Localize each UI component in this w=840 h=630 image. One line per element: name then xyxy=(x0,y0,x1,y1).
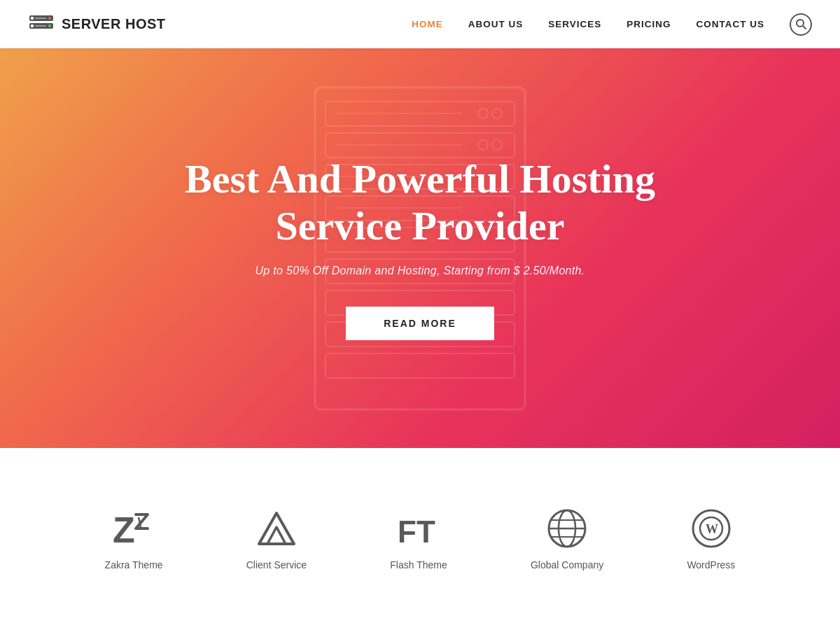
nav: HOME ABOUT US SERVICES PRICING CONTACT U… xyxy=(412,13,812,36)
read-more-button[interactable]: READ MORE xyxy=(346,307,494,340)
partner-global-label: Global Company xyxy=(531,559,603,570)
search-button[interactable] xyxy=(790,13,812,36)
partner-flash-label: Flash Theme xyxy=(390,559,447,570)
partner-global: Global Company xyxy=(531,507,603,570)
partner-client-label: Client Service xyxy=(246,559,307,570)
partner-wordpress: W WordPress xyxy=(687,507,735,570)
partner-flash: FT Flash Theme xyxy=(390,507,447,570)
partner-zakra-label: Zakra Theme xyxy=(105,559,163,570)
partners-section: Z Zakra Theme Client Service FT xyxy=(0,448,840,630)
partners-inner: Z Zakra Theme Client Service FT xyxy=(35,507,805,570)
logo[interactable]: SERVER HOST xyxy=(28,11,166,38)
client-logo-icon xyxy=(252,507,301,550)
svg-rect-7 xyxy=(48,24,51,27)
hero-section: Best And Powerful Hosting Service Provid… xyxy=(0,48,840,448)
zakra-logo-icon: Z xyxy=(109,507,158,550)
flash-logo-icon: FT xyxy=(394,507,443,550)
nav-about[interactable]: ABOUT US xyxy=(468,19,524,29)
hero-subtitle: Up to 50% Off Domain and Hosting, Starti… xyxy=(185,265,655,277)
hero-title: Best And Powerful Hosting Service Provid… xyxy=(185,156,655,249)
nav-home[interactable]: HOME xyxy=(412,19,443,29)
svg-rect-2 xyxy=(31,17,34,20)
hero-content: Best And Powerful Hosting Service Provid… xyxy=(157,156,683,340)
nav-contact[interactable]: CONTACT US xyxy=(696,19,765,29)
header: SERVER HOST HOME ABOUT US SERVICES PRICI… xyxy=(0,0,840,48)
svg-rect-3 xyxy=(31,24,34,27)
partner-wordpress-label: WordPress xyxy=(687,559,735,570)
svg-rect-19 xyxy=(326,354,514,378)
partner-client: Client Service xyxy=(246,507,307,570)
logo-text: SERVER HOST xyxy=(62,16,166,32)
search-icon xyxy=(796,19,806,29)
logo-icon xyxy=(28,11,55,38)
svg-text:FT: FT xyxy=(398,514,435,549)
nav-pricing[interactable]: PRICING xyxy=(626,19,671,29)
svg-text:Z: Z xyxy=(113,510,135,550)
nav-services[interactable]: SERVICES xyxy=(548,19,601,29)
svg-text:W: W xyxy=(706,522,718,536)
global-logo-icon xyxy=(546,507,588,550)
svg-point-23 xyxy=(492,140,502,150)
svg-rect-6 xyxy=(48,17,51,20)
partner-zakra: Z Zakra Theme xyxy=(105,507,163,570)
svg-point-22 xyxy=(478,140,488,150)
svg-rect-4 xyxy=(35,18,46,19)
wordpress-logo-icon: W xyxy=(690,507,732,550)
svg-point-21 xyxy=(492,108,502,118)
svg-rect-5 xyxy=(35,25,46,27)
svg-line-9 xyxy=(803,26,806,29)
svg-point-20 xyxy=(478,108,488,118)
